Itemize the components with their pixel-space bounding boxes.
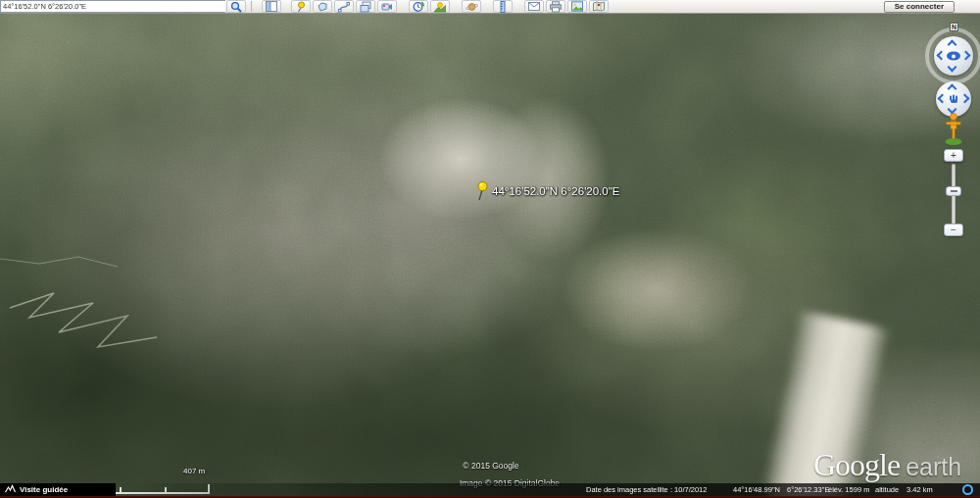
search-icon — [230, 1, 242, 13]
record-tour-button[interactable] — [377, 0, 397, 13]
sunlight-icon — [434, 1, 446, 13]
add-image-overlay-icon — [360, 1, 371, 13]
compass-north-label[interactable]: N — [950, 23, 958, 31]
altitude-label: altitude — [875, 485, 899, 494]
ruler-icon — [497, 1, 509, 13]
placemark-label: 44°16'52.0"N 6°26'20.0"E — [492, 185, 619, 197]
imagery-date-label: Date des images satellite : 10/7/2012 — [586, 485, 707, 494]
move-right-arrow-icon[interactable] — [960, 94, 970, 104]
pan-hand-icon[interactable] — [948, 90, 959, 108]
pegman[interactable] — [944, 111, 963, 150]
add-path-icon — [338, 1, 350, 13]
move-left-arrow-icon[interactable] — [938, 94, 948, 104]
tour-guide-label: Visite guidée — [20, 485, 68, 494]
print-icon — [550, 1, 562, 13]
look-up-arrow-icon[interactable] — [948, 40, 957, 50]
earth-viewport[interactable]: 44°16'52.0"N 6°26'20.0"E 407 m © 2015 Go… — [0, 14, 980, 498]
toolbar: Se connecter — [0, 0, 980, 14]
search-button[interactable] — [226, 0, 246, 13]
email-button[interactable] — [524, 0, 544, 13]
save-image-icon — [571, 1, 583, 12]
zoom-slider-track[interactable] — [952, 164, 956, 230]
search-input[interactable] — [0, 0, 225, 13]
add-polygon-icon — [317, 1, 328, 13]
tour-guide-icon — [5, 484, 16, 495]
print-button[interactable] — [546, 0, 565, 13]
google-earth-window: Se connecter 44°16'52.0"N 6°26'20.0"E 40… — [0, 0, 980, 498]
cursor-elevation: élév. 1599 m — [828, 485, 869, 494]
look-right-arrow-icon[interactable] — [961, 51, 971, 61]
add-placemark-icon — [295, 1, 307, 13]
eye-icon[interactable] — [947, 52, 960, 61]
zoom-slider-thumb[interactable] — [946, 186, 961, 196]
sidebar-toggle-button[interactable] — [262, 0, 281, 13]
cursor-latitude: 44°16'48.99"N — [733, 485, 780, 494]
placemark[interactable]: 44°16'52.0"N 6°26'20.0"E — [474, 180, 619, 206]
logo-google-text: Google — [813, 447, 900, 483]
altitude-value: 3.42 km — [906, 485, 933, 494]
zoom-out-button[interactable]: − — [944, 224, 963, 236]
email-icon — [528, 1, 540, 12]
view-in-maps-icon — [593, 1, 605, 12]
tour-guide-tab[interactable]: Visite guidée — [0, 483, 116, 496]
save-image-button[interactable] — [567, 0, 587, 13]
look-joystick[interactable] — [934, 36, 973, 75]
cursor-longitude: 6°26'12.33"E — [787, 485, 829, 494]
add-polygon-button[interactable] — [313, 0, 332, 13]
look-left-arrow-icon[interactable] — [937, 51, 947, 61]
status-bar: Visite guidée Date des images satellite … — [0, 483, 980, 496]
view-in-maps-button[interactable] — [589, 0, 609, 13]
pushpin-icon — [474, 180, 490, 206]
sidebar-toggle-icon — [266, 1, 277, 12]
logo-earth-text: earth — [906, 453, 961, 481]
add-placemark-button[interactable] — [291, 0, 311, 13]
scale-label: 407 m — [183, 467, 205, 475]
record-tour-icon — [381, 1, 393, 13]
planets-icon — [466, 1, 478, 13]
sunlight-button[interactable] — [430, 0, 450, 13]
toolbar-separator — [251, 1, 252, 12]
ruler-button[interactable] — [493, 0, 513, 13]
zoom-in-button[interactable]: + — [944, 149, 963, 162]
historical-imagery-button[interactable] — [409, 0, 428, 13]
planets-button[interactable] — [462, 0, 481, 13]
add-image-overlay-button[interactable] — [356, 0, 375, 13]
add-path-button[interactable] — [334, 0, 354, 13]
historical-imagery-icon — [413, 1, 424, 13]
copyright-google: © 2015 Google — [463, 461, 518, 471]
sign-in-button[interactable]: Se connecter — [884, 1, 955, 13]
streaming-indicator-icon — [962, 484, 973, 495]
google-earth-logo: Google earth — [813, 447, 961, 483]
look-down-arrow-icon[interactable] — [948, 63, 957, 73]
